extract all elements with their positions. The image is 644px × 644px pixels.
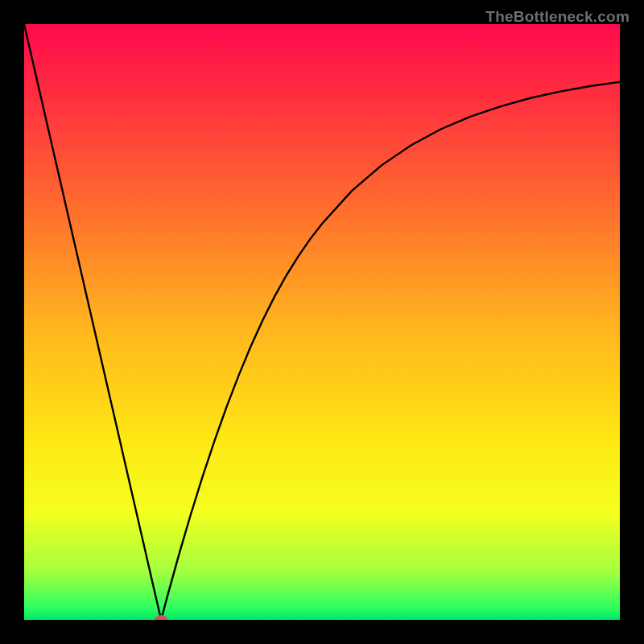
watermark-text: TheBottleneck.com (485, 8, 630, 26)
chart-svg (24, 24, 620, 620)
gradient-background (24, 24, 620, 620)
chart-frame: TheBottleneck.com (0, 0, 644, 644)
plot-area (24, 24, 620, 620)
